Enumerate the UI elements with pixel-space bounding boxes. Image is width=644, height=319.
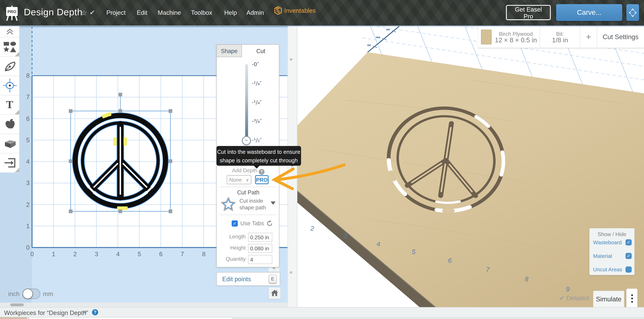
import-icon	[3, 157, 16, 169]
inventables-label: Inventables	[284, 7, 316, 14]
menu-machine[interactable]: Machine	[158, 9, 181, 16]
check-icon: ✔	[560, 294, 566, 301]
tool-brick-apps[interactable]	[0, 134, 19, 153]
add-depth-value: None	[229, 177, 242, 183]
menu-project[interactable]: Project	[106, 9, 126, 16]
favorite-star-icon[interactable]: ☆	[81, 9, 87, 17]
workpieces-bar[interactable]: Workpieces for “Design Depth” « ?	[0, 307, 644, 317]
uncut-areas-checkbox[interactable]	[626, 266, 632, 273]
menu-admin[interactable]: Admin	[246, 9, 264, 16]
menu-toolbox[interactable]: Toolbox	[191, 9, 212, 16]
bit-value: 1/8 in	[552, 37, 568, 44]
height-input[interactable]	[248, 244, 272, 253]
detail-label: Detailed	[566, 294, 589, 301]
workpiece-thumb-card	[29, 317, 233, 319]
material-label: Material	[593, 253, 612, 259]
material-dimensions: 12 × 8 × 0.5 in	[495, 37, 537, 44]
use-tabs-checkbox[interactable]: ✓	[232, 220, 238, 226]
tool-apple-apps[interactable]	[0, 115, 19, 134]
carve-button[interactable]: Carve...	[556, 4, 622, 21]
quantity-input[interactable]	[248, 255, 272, 264]
detail-toggle[interactable]: ✔ Detailed	[560, 294, 589, 302]
length-label: Length	[229, 233, 246, 240]
tool-pen[interactable]	[0, 57, 19, 76]
unit-toggle[interactable]: inch mm	[8, 289, 53, 299]
home-view-button[interactable]	[269, 287, 280, 299]
tab-shape[interactable]: Shape	[216, 44, 242, 57]
ruler-x-label: 1	[52, 250, 55, 257]
collapse-up-icon[interactable]: «	[82, 310, 89, 314]
unit-toggle-track[interactable]	[22, 289, 40, 299]
unit-toggle-knob[interactable]	[22, 289, 33, 299]
menu-edit[interactable]: Edit	[137, 9, 148, 16]
edit-points-shortcut-key: E	[269, 275, 277, 283]
show-hide-panel: Show / Hide Wasteboard ✓ Material ✓ Uncu…	[589, 228, 634, 275]
cut-path-line1: Cut inside	[240, 198, 263, 204]
edit-points-bar[interactable]: Edit points E	[216, 272, 280, 286]
cut-settings-button[interactable]: Cut Settings	[597, 26, 644, 48]
apple-icon	[3, 118, 16, 131]
plus-icon: +	[586, 32, 591, 43]
cut-path-dropdown-caret[interactable]	[271, 201, 276, 205]
ruler-x-label: 5	[138, 250, 141, 257]
tooltip-line2: shape is completely cut through	[216, 156, 301, 165]
tool-text[interactable]: T	[0, 95, 19, 115]
cut-path-value[interactable]: Cut inside shape path	[240, 198, 266, 211]
menu-help[interactable]: Help	[224, 9, 237, 16]
add-depth-help-icon[interactable]: ?	[259, 169, 264, 175]
tool-shapes[interactable]	[0, 38, 19, 57]
bit-label: Bit:	[556, 31, 564, 37]
depth-tick-0: -0″	[252, 61, 259, 68]
cut-path-line2: shape path	[240, 204, 266, 211]
ruler-x-label: 2	[73, 250, 77, 257]
canvas-hscrollbar-thumb[interactable]	[10, 303, 24, 306]
material-checkbox[interactable]: ✓	[626, 253, 632, 259]
tool-import[interactable]	[0, 153, 19, 173]
cut-path-star-icon[interactable]	[221, 197, 236, 212]
rotation-handle[interactable]	[118, 93, 122, 96]
tool-drill-origin[interactable]	[0, 76, 19, 95]
material-summary[interactable]: Birch Plywood 12 × 8 × 0.5 in	[478, 26, 540, 48]
depth-tick-eighth: -¹/₈″	[252, 80, 262, 87]
canvas-hscrollbar[interactable]	[0, 302, 288, 307]
add-depth-select[interactable]: None ∨	[227, 175, 252, 184]
project-title[interactable]: Design Depth	[24, 7, 82, 18]
top-bar: PRO Design Depth ☆ ✔ Project Edit Machin…	[0, 0, 644, 26]
length-input[interactable]	[248, 233, 272, 242]
pro-badge[interactable]: PRO	[255, 175, 269, 184]
toolbar-collapse-button[interactable]	[0, 26, 19, 38]
collapse-left-chevron[interactable]: «	[290, 269, 293, 275]
depth-tick-half: -¹/₂″	[252, 137, 262, 143]
workpiece-thumb-material	[0, 317, 27, 319]
depth-slider-track[interactable]	[245, 64, 248, 141]
kebab-menu-button[interactable]	[626, 289, 638, 307]
depth-tick-threeeighths: -³/₈″	[252, 118, 262, 124]
wasteboard-label: Wasteboard	[593, 239, 622, 245]
inventables-link[interactable]: Inventables	[274, 6, 316, 15]
tab-cut[interactable]: Cut	[242, 45, 280, 57]
depth-slider-handle[interactable]: −	[242, 136, 251, 145]
uncut-areas-label: Uncut Areas	[593, 266, 622, 273]
quantity-label: Quantity	[226, 256, 246, 262]
easel-pro-logo-icon[interactable]: PRO	[5, 5, 19, 21]
workpieces-label: Workpieces for “Design Depth”	[4, 309, 88, 316]
expand-right-chevron[interactable]: »	[290, 56, 293, 62]
ruler-y-label: 5	[23, 136, 30, 143]
fullscreen-arrows-button[interactable]	[626, 4, 639, 21]
home-icon	[271, 290, 278, 296]
show-hide-title: Show / Hide	[589, 231, 634, 237]
refresh-icon[interactable]	[267, 220, 273, 226]
pane-divider: » «	[288, 26, 297, 307]
ruler-y-label: 0	[23, 244, 30, 251]
workpieces-help-icon[interactable]: ?	[92, 309, 98, 315]
get-easel-pro-button[interactable]: Get Easel Pro	[506, 5, 551, 20]
simulate-button[interactable]: Simulate	[593, 291, 624, 307]
preview-3d-pane[interactable]: 23456789 Birch Plywood 12 × 8 × 0.5 in B…	[296, 26, 644, 307]
ruler-x-label: 7	[180, 250, 184, 257]
bit-summary[interactable]: Bit: 1/8 in	[540, 26, 580, 48]
four-arrows-icon	[629, 8, 636, 18]
add-bit-button[interactable]: +	[580, 26, 597, 48]
edit-points-label: Edit points	[222, 275, 251, 282]
z-axis-line	[368, 26, 404, 52]
wasteboard-checkbox[interactable]: ✓	[626, 239, 632, 245]
